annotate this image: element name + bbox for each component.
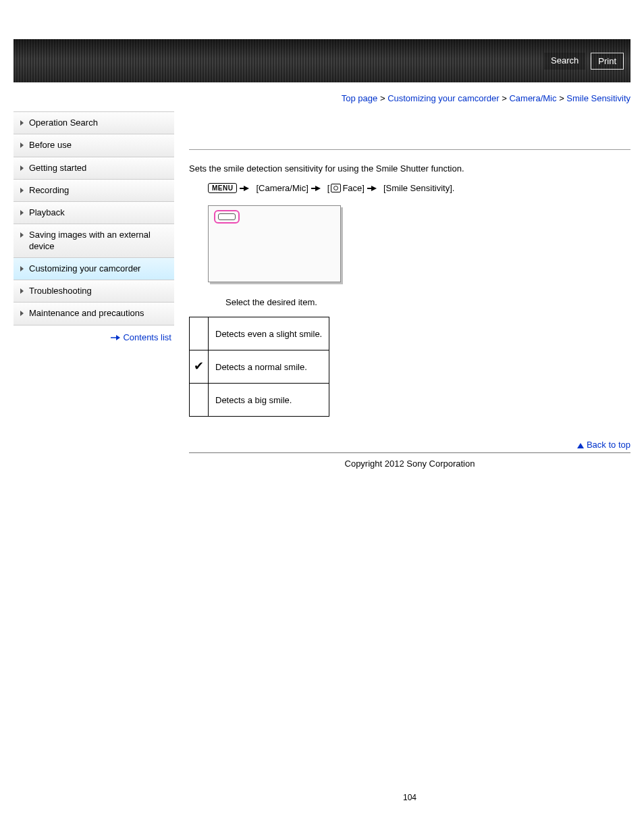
caret-right-icon [20,266,24,271]
svg-marker-1 [116,335,120,340]
divider [189,149,630,150]
step-instruction: Select the desired item. [225,297,630,307]
sidebar-item-label: Customizing your camcorder [29,263,140,274]
options-table: Detects even a slight smile.✔Detects a n… [189,317,329,417]
sidebar-item-label: Operation Search [29,118,98,128]
caret-right-icon [20,165,24,171]
option-text: Detects a normal smile. [209,350,329,384]
sidebar-item-label: Maintenance and precautions [29,308,144,319]
sidebar-item[interactable]: Playback [14,202,174,224]
lcd-screenshot: MENU [208,205,341,282]
sidebar-item-label: Getting started [29,163,86,174]
caret-right-icon [20,210,24,215]
print-button[interactable]: Print [591,53,624,70]
face-icon [331,184,341,192]
sidebar-item[interactable]: Customizing your camcorder [14,258,174,280]
table-row: Detects a big smile. [190,384,329,417]
check-icon: ✔ [194,359,204,373]
divider [189,452,630,453]
search-button[interactable]: Search [544,53,585,70]
arrow-right-icon [244,186,249,191]
option-mark [190,384,209,417]
breadcrumb-customizing[interactable]: Customizing your camcorder [387,93,499,103]
sidebar-item-label: Playback [29,207,65,218]
caret-right-icon [20,311,24,316]
intro-text: Sets the smile detection sensitivity for… [189,163,630,174]
caret-right-icon [20,288,24,294]
breadcrumb-current: Smile Sensitivity [566,93,630,103]
sidebar-item[interactable]: Before use [14,134,174,157]
sidebar-item[interactable]: Getting started [14,157,174,180]
caret-right-icon [20,120,24,126]
table-row: Detects even a slight smile. [190,317,329,350]
sidebar-item[interactable]: Recording [14,180,174,202]
sidebar: Operation SearchBefore useGetting starte… [14,111,174,342]
page-number: 104 [189,793,630,802]
option-mark: ✔ [190,350,209,384]
sidebar-item[interactable]: Maintenance and precautions [14,303,174,325]
caret-right-icon [20,232,24,238]
table-row: ✔Detects a normal smile. [190,350,329,384]
arrow-right-icon [111,335,120,340]
path-camera-mic: [Camera/Mic] [256,183,308,193]
option-text: Detects a big smile. [209,384,329,417]
caret-right-icon [20,142,24,148]
sidebar-item[interactable]: Saving images with an external device [14,224,174,258]
menu-highlight: MENU [214,210,240,224]
sidebar-item-label: Recording [29,185,69,196]
sidebar-item-label: Troubleshooting [29,286,92,296]
sidebar-item[interactable]: Operation Search [14,112,174,134]
back-to-top-link[interactable]: Back to top [587,440,630,450]
menu-button-icon: MENU [208,183,237,193]
sidebar-item-label: Before use [29,140,72,151]
path-smile-sensitivity: [Smile Sensitivity]. [383,183,454,193]
breadcrumb-camera-mic[interactable]: Camera/Mic [509,93,556,103]
breadcrumb-top[interactable]: Top page [342,93,378,103]
arrow-right-icon [371,186,377,191]
contents-list-link[interactable]: Contents list [123,332,171,342]
arrow-right-icon [315,186,321,191]
sidebar-item-label: Saving images with an external device [29,230,169,252]
triangle-up-icon [577,443,584,448]
caret-right-icon [20,188,24,193]
sidebar-item[interactable]: Troubleshooting [14,280,174,303]
option-mark [190,317,209,350]
header-banner: Search Print [14,39,630,82]
breadcrumb: Top page > Customizing your camcorder > … [14,93,630,103]
menu-path: MENU [Camera/Mic] [Face] [Smile Sensitiv… [208,183,630,193]
option-text: Detects even a slight smile. [209,317,329,350]
path-face: [Face] [327,183,365,193]
main-content: Sets the smile detection sensitivity for… [189,111,630,802]
copyright-text: Copyright 2012 Sony Corporation [189,459,630,469]
